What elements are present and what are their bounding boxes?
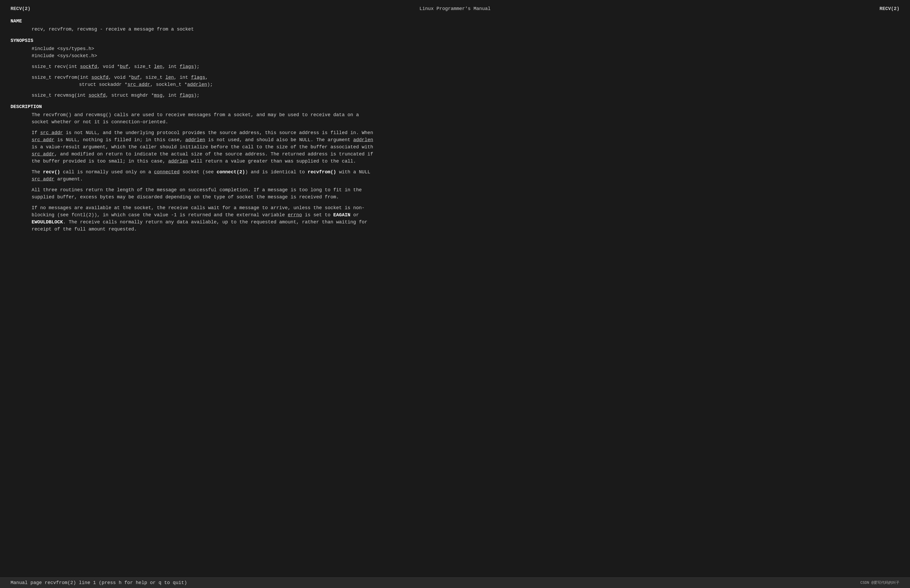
section-synopsis: SYNOPSIS #include <sys/types.h> #include… [11,37,899,99]
section-name-title: NAME [11,18,899,25]
header-left: RECV(2) [11,5,31,12]
section-description-title: DESCRIPTION [11,103,899,110]
page-header: RECV(2) Linux Programmer's Manual RECV(2… [11,5,899,12]
header-center: Linux Programmer's Manual [419,5,491,12]
man-page-container: RECV(2) Linux Programmer's Manual RECV(2… [0,0,910,577]
desc-para2: If src_addr is not NULL, and the underly… [11,129,899,165]
synopsis-include2: #include <sys/socket.h> [11,52,899,60]
watermark: CSDN @爱写代码的叫子 [860,580,899,586]
desc-para5: If no messages are available at the sock… [11,204,899,233]
synopsis-recvmsg: ssize_t recvmsg(int sockfd, struct msghd… [11,92,899,99]
desc-para1: The recvfrom() and recvmsg() calls are u… [11,111,899,126]
section-description: DESCRIPTION The recvfrom() and recvmsg()… [11,103,899,233]
desc-para4: All three routines return the length of … [11,186,899,201]
status-bar-text: Manual page recvfrom(2) line 1 (press h … [11,579,187,586]
synopsis-recv: ssize_t recv(int sockfd, void *buf, size… [11,63,899,70]
synopsis-recvfrom: ssize_t recvfrom(int sockfd, void *buf, … [11,74,899,88]
section-name-content: recv, recvfrom, recvmsg - receive a mess… [11,26,899,33]
section-synopsis-title: SYNOPSIS [11,37,899,44]
status-bar: Manual page recvfrom(2) line 1 (press h … [0,577,910,588]
header-right: RECV(2) [879,5,899,12]
synopsis-include1: #include <sys/types.h> [11,45,899,52]
desc-para3: The recv() call is normally used only on… [11,169,899,183]
section-name: NAME recv, recvfrom, recvmsg - receive a… [11,18,899,33]
